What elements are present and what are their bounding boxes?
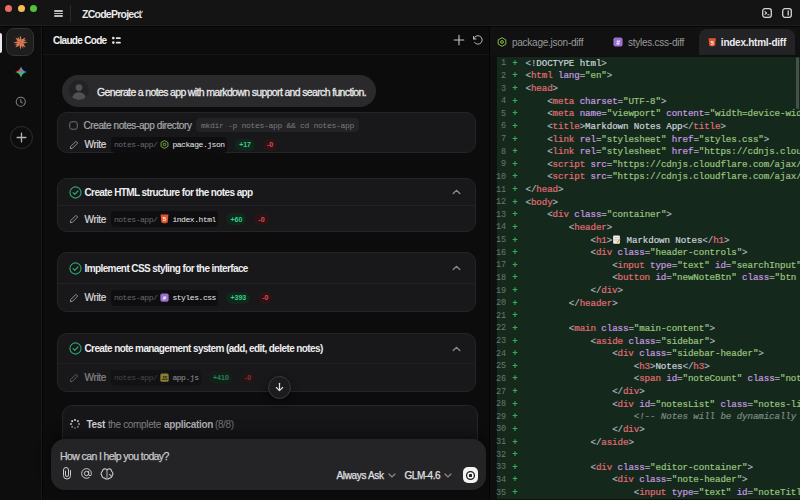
svg-text:JS: JS bbox=[162, 376, 169, 381]
svg-text:#: # bbox=[616, 39, 620, 46]
svg-text:5: 5 bbox=[710, 39, 713, 45]
